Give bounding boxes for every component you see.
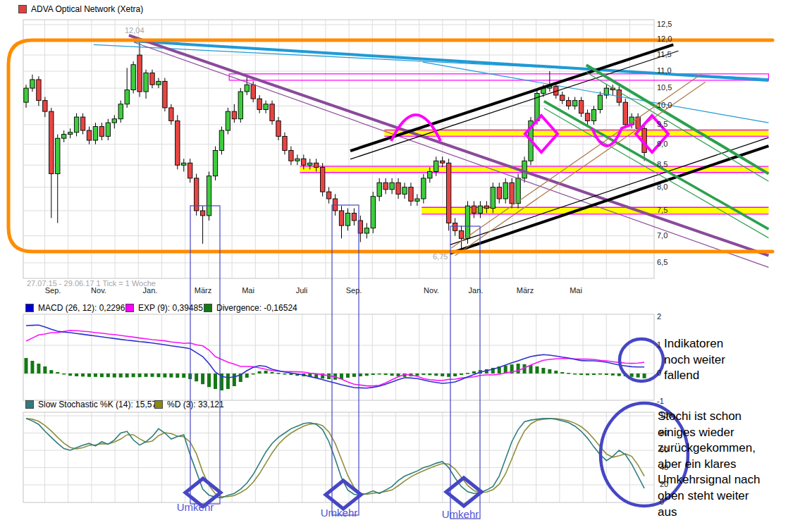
- technical-analysis-chart: ADVA Optical Network (Xetra) 12,04 6,75 …: [0, 0, 812, 525]
- umkehr-label: Umkehr: [442, 508, 479, 520]
- umkehr-labels: UmkehrUmkehrUmkehr: [0, 0, 812, 525]
- umkehr-label: Umkehr: [177, 501, 214, 513]
- umkehr-label: Umkehr: [321, 507, 358, 519]
